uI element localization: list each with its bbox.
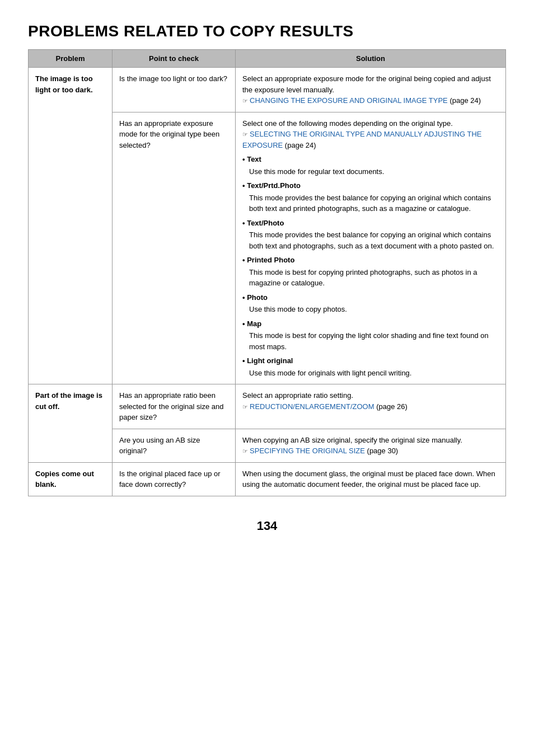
bullet-desc: This mode is best for copying the light … — [249, 330, 499, 352]
point-cell: Has an appropriate ratio been selected f… — [113, 384, 236, 429]
problem-cell: Copies come out blank. — [29, 462, 113, 496]
solution-link[interactable]: SPECIFYING THE ORIGINAL SIZE — [250, 447, 365, 455]
bullet-item: • Printed PhotoThis mode is best for cop… — [242, 255, 499, 289]
book-icon: ☞ — [242, 403, 250, 410]
problem-cell: Part of the image is cut off. — [29, 384, 113, 463]
col-header-point: Point to check — [113, 50, 236, 68]
bullet-item: • TextUse this mode for regular text doc… — [242, 154, 499, 177]
col-header-problem: Problem — [29, 50, 113, 68]
solution-link[interactable]: REDUCTION/ENLARGEMENT/ZOOM — [250, 402, 374, 411]
page-title: PROBLEMS RELATED TO COPY RESULTS — [28, 22, 506, 40]
book-icon: ☞ — [242, 448, 250, 454]
solution-link[interactable]: SELECTING THE ORIGINAL TYPE AND MANUALLY… — [242, 130, 481, 149]
point-cell: Has an appropriate exposure mode for the… — [113, 112, 236, 384]
solution-link[interactable]: CHANGING THE EXPOSURE AND ORIGINAL IMAGE… — [250, 96, 448, 105]
solution-cell: Select an appropriate exposure mode for … — [236, 68, 506, 112]
point-cell: Is the original placed face up or face d… — [113, 462, 236, 496]
bullet-item: • MapThis mode is best for copying the l… — [242, 318, 499, 353]
bullet-desc: Use this mode to copy photos. — [249, 304, 499, 315]
solution-cell: When using the document glass, the origi… — [236, 462, 506, 496]
bullet-desc: Use this mode for originals with light p… — [249, 368, 499, 379]
table-row: The image is too light or too dark.Is th… — [29, 68, 506, 112]
solution-cell: When copying an AB size original, specif… — [236, 429, 506, 462]
bullet-desc: This mode provides the best balance for … — [249, 229, 499, 251]
page-number: 134 — [28, 519, 506, 533]
bullet-desc: This mode provides the best balance for … — [249, 192, 499, 214]
point-cell: Are you using an AB size original? — [113, 429, 236, 462]
table-row: Part of the image is cut off.Has an appr… — [29, 384, 506, 429]
problems-table: Problem Point to check Solution The imag… — [28, 49, 506, 496]
solution-cell: Select an appropriate ratio setting.☞ RE… — [236, 384, 506, 429]
book-icon: ☞ — [242, 131, 250, 138]
bullet-desc: This mode is best for copying printed ph… — [249, 267, 499, 289]
bullet-desc: Use this mode for regular text documents… — [249, 166, 499, 177]
bullet-item: • PhotoUse this mode to copy photos. — [242, 292, 499, 315]
bullet-item: • Text/Prtd.PhotoThis mode provides the … — [242, 180, 499, 214]
bullet-item: • Light originalUse this mode for origin… — [242, 355, 499, 378]
problem-cell: The image is too light or too dark. — [29, 68, 113, 384]
col-header-solution: Solution — [236, 50, 506, 68]
point-cell: Is the image too light or too dark? — [113, 68, 236, 112]
table-row: Copies come out blank.Is the original pl… — [29, 462, 506, 496]
book-icon: ☞ — [242, 97, 250, 104]
bullet-item: • Text/PhotoThis mode provides the best … — [242, 218, 499, 252]
solution-cell: Select one of the following modes depend… — [236, 112, 506, 384]
